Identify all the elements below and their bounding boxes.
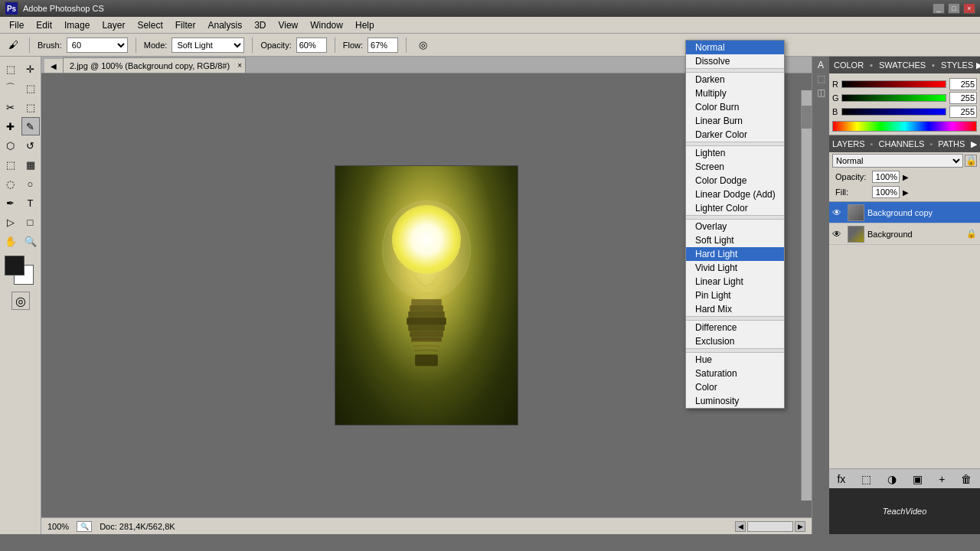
quick-mask-button[interactable]: ◎ (11, 292, 30, 310)
opacity-arrow[interactable]: ▶ (903, 173, 909, 181)
scroll-left-btn[interactable]: ◀ (735, 521, 746, 532)
crop-tool[interactable]: ✂ (2, 98, 20, 116)
blend-item-darken[interactable]: Darken (686, 73, 784, 86)
maximize-button[interactable]: □ (948, 3, 960, 14)
blend-item-exclusion[interactable]: Exclusion (686, 334, 784, 348)
zoom-indicator[interactable]: 🔍 (77, 521, 92, 532)
gradient-tool[interactable]: ▦ (21, 155, 40, 174)
blend-item-dissolve[interactable]: Dissolve (686, 54, 784, 68)
blend-item-hard-mix[interactable]: Hard Mix (686, 302, 784, 316)
pen-tool[interactable]: ✒ (2, 194, 20, 212)
path-select-tool[interactable]: ▷ (2, 213, 20, 231)
b-value[interactable] (949, 106, 977, 118)
menu-layer[interactable]: Layer (96, 18, 131, 32)
eye-icon-2[interactable]: 👁 (832, 229, 844, 240)
menu-analysis[interactable]: Analysis (201, 18, 248, 32)
lock-icon[interactable]: 🔒 (965, 155, 977, 167)
b-slider[interactable] (841, 108, 946, 116)
delete-layer-btn[interactable]: 🗑 (961, 473, 972, 485)
layer-mode-dropdown[interactable]: Normal (832, 154, 963, 168)
blend-mode-dropdown[interactable]: Normal Dissolve Darken Multiply Color Bu… (685, 40, 785, 409)
blend-item-screen[interactable]: Screen (686, 160, 784, 174)
blend-item-saturation[interactable]: Saturation (686, 367, 784, 380)
blend-item-multiply[interactable]: Multiply (686, 86, 784, 100)
opacity-row-input[interactable] (872, 171, 900, 183)
marquee-tool[interactable]: ⬚ (2, 60, 20, 78)
menu-image[interactable]: Image (58, 18, 96, 32)
menu-help[interactable]: Help (349, 18, 381, 32)
text-tool[interactable]: T (21, 194, 40, 212)
swatches-tab[interactable]: SWATCHES (879, 60, 926, 70)
eraser-tool[interactable]: ⬚ (2, 155, 20, 174)
blend-item-color-dodge[interactable]: Color Dodge (686, 174, 784, 187)
panel-collapse-btn[interactable]: ◀ (44, 59, 63, 73)
menu-window[interactable]: Window (304, 18, 349, 32)
eye-icon-1[interactable]: 👁 (832, 207, 844, 218)
zoom-tool[interactable]: 🔍 (21, 232, 40, 250)
menu-select[interactable]: Select (131, 18, 168, 32)
blur-tool[interactable]: ◌ (2, 174, 20, 193)
blend-item-color[interactable]: Color (686, 380, 784, 394)
blend-item-linear-burn[interactable]: Linear Burn (686, 114, 784, 128)
brush-tool-icon[interactable]: 🖌 (5, 37, 21, 54)
menu-edit[interactable]: Edit (30, 18, 58, 32)
canvas-tab[interactable]: 2.jpg @ 100% (Background copy, RGB/8#) × (63, 57, 246, 73)
move-tool[interactable]: ✛ (21, 60, 40, 78)
airbrush-icon[interactable]: ◎ (414, 37, 431, 54)
blend-item-color-burn[interactable]: Color Burn (686, 100, 784, 114)
channels-tab[interactable]: CHANNELS (879, 139, 925, 148)
blend-item-pin-light[interactable]: Pin Light (686, 289, 784, 302)
blend-item-soft-light[interactable]: Soft Light (686, 233, 784, 247)
color-spectrum[interactable] (832, 121, 977, 132)
blend-item-hard-light[interactable]: Hard Light (686, 247, 784, 261)
blend-item-vivid-light[interactable]: Vivid Light (686, 261, 784, 275)
quick-select-tool[interactable]: ⬚ (21, 79, 40, 97)
fill-row-input[interactable] (872, 186, 900, 198)
healing-brush-tool[interactable]: ✚ (2, 117, 20, 135)
opacity-input[interactable] (296, 37, 327, 53)
blend-item-darker-color[interactable]: Darker Color (686, 128, 784, 142)
g-slider[interactable] (841, 94, 946, 102)
panel-menu-icon[interactable]: ▶ (976, 60, 980, 70)
layers-tab[interactable]: LAYERS (832, 139, 865, 148)
menu-filter[interactable]: Filter (169, 18, 202, 32)
close-tab-icon[interactable]: × (237, 61, 242, 70)
slice-tool[interactable]: ⬚ (21, 98, 40, 116)
layer-style-btn[interactable]: fx (837, 473, 845, 485)
blend-item-hue[interactable]: Hue (686, 353, 784, 367)
strip-icon-doc[interactable]: ◫ (817, 87, 825, 98)
layer-item-1[interactable]: 👁 Background copy (829, 202, 980, 223)
blend-item-difference[interactable]: Difference (686, 321, 784, 334)
blend-item-overlay[interactable]: Overlay (686, 220, 784, 233)
blend-item-lighten[interactable]: Lighten (686, 146, 784, 160)
blend-item-lighter-color[interactable]: Lighter Color (686, 201, 784, 215)
menu-view[interactable]: View (272, 18, 304, 32)
blend-item-luminosity[interactable]: Luminosity (686, 394, 784, 408)
flow-input[interactable] (368, 37, 398, 53)
brush-tool[interactable]: ✎ (21, 117, 40, 135)
new-group-btn[interactable]: ▣ (913, 473, 923, 485)
scroll-track[interactable] (747, 521, 793, 532)
styles-tab[interactable]: STYLES (941, 60, 973, 70)
scrollbar-thumb[interactable] (802, 106, 812, 129)
r-slider[interactable] (841, 80, 946, 88)
lasso-tool[interactable]: ⌒ (2, 79, 20, 97)
layers-menu-icon[interactable]: ▶ (971, 139, 977, 149)
strip-icon-a[interactable]: A (818, 60, 824, 70)
g-value[interactable] (949, 92, 977, 104)
dodge-tool[interactable]: ○ (21, 174, 40, 193)
close-button[interactable]: × (963, 3, 975, 14)
menu-3d[interactable]: 3D (248, 18, 272, 32)
canvas-scrollbar-v[interactable] (801, 90, 812, 500)
fill-arrow[interactable]: ▶ (903, 188, 909, 197)
scroll-right-btn[interactable]: ▶ (795, 521, 805, 532)
paths-tab[interactable]: PATHS (938, 139, 965, 148)
r-value[interactable] (949, 78, 977, 90)
layer-adjustment-btn[interactable]: ◑ (887, 473, 897, 485)
blend-item-linear-light[interactable]: Linear Light (686, 275, 784, 289)
clone-stamp-tool[interactable]: ⬡ (2, 136, 20, 155)
color-tab[interactable]: COLOR (834, 60, 864, 70)
mode-dropdown[interactable]: Soft Light (172, 37, 244, 53)
history-brush-tool[interactable]: ↺ (21, 136, 40, 155)
layer-mask-btn[interactable]: ⬚ (861, 473, 871, 485)
